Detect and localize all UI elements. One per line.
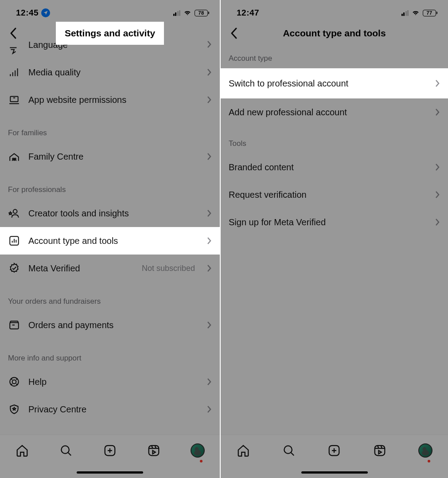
page-header: Account type and tools (221, 22, 448, 44)
avatar-icon (191, 443, 205, 458)
wifi-icon (183, 8, 192, 18)
page-title: Account type and tools (283, 28, 386, 39)
chevron-right-icon (435, 190, 440, 199)
svg-rect-13 (375, 446, 385, 456)
row-label: Switch to professional account (229, 78, 435, 89)
section-header-orders: Your orders and fundraisers (0, 287, 220, 311)
svg-rect-0 (10, 96, 18, 102)
row-meta-verified-signup[interactable]: Sign up for Meta Verified (221, 208, 448, 236)
shield-star-icon (8, 403, 20, 415)
row-add-professional[interactable]: Add new professional account (221, 98, 448, 126)
svg-point-11 (284, 446, 292, 454)
tab-search[interactable] (58, 443, 74, 458)
chevron-right-icon (206, 377, 212, 386)
status-bar: 12:47 77 (221, 0, 448, 22)
row-label: Orders and payments (28, 320, 199, 330)
tab-home[interactable] (236, 443, 251, 458)
chevron-right-icon (435, 218, 440, 227)
chevron-right-icon (206, 405, 212, 414)
row-orders-payments[interactable]: Orders and payments (0, 311, 220, 339)
status-time: 12:47 (237, 8, 259, 18)
section-header-professionals: For professionals (0, 176, 220, 200)
back-button[interactable] (225, 24, 243, 42)
star-user-icon (8, 207, 20, 219)
row-switch-professional[interactable]: Switch to professional account (221, 68, 448, 98)
wifi-icon (411, 8, 420, 18)
settings-list[interactable]: Language Media quality App website permi… (0, 44, 220, 423)
family-icon (8, 150, 20, 163)
chevron-right-icon (206, 236, 212, 245)
section-header-support: More info and support (0, 344, 220, 368)
row-label: Account type and tools (28, 236, 199, 246)
avatar-icon (418, 443, 432, 458)
status-bar: 12:45 78 (0, 0, 220, 22)
home-indicator[interactable] (77, 471, 143, 474)
row-branded-content[interactable]: Branded content (221, 153, 448, 181)
chevron-right-icon (435, 163, 440, 172)
status-time: 12:45 (16, 8, 39, 18)
row-label: Family Centre (28, 152, 199, 162)
chevron-right-icon (206, 68, 212, 77)
battery-indicator: 78 (195, 10, 209, 16)
tab-create[interactable] (102, 443, 117, 458)
tab-reels[interactable] (146, 443, 161, 458)
chevron-right-icon (206, 152, 212, 161)
notification-dot-icon (200, 460, 203, 462)
chart-square-icon (8, 235, 20, 247)
tab-create[interactable] (327, 443, 342, 458)
box-icon (8, 319, 20, 331)
back-button[interactable] (4, 24, 22, 42)
row-account-type-tools[interactable]: Account type and tools (0, 227, 220, 255)
phone-left-settings: 12:45 78 Settings and activity Language (0, 0, 221, 478)
row-media-quality[interactable]: Media quality (0, 59, 220, 86)
row-label: Creator tools and insights (28, 208, 199, 219)
chevron-right-icon (435, 79, 440, 88)
home-indicator[interactable] (301, 471, 368, 474)
chevron-right-icon (206, 95, 212, 104)
signal-bars-icon (8, 66, 20, 78)
tab-home[interactable] (15, 443, 30, 458)
row-label: Branded content (229, 162, 435, 172)
svg-point-7 (12, 380, 16, 384)
row-language[interactable]: Language (0, 44, 220, 59)
row-privacy-centre[interactable]: Privacy Centre (0, 396, 220, 423)
battery-indicator: 77 (423, 10, 437, 16)
row-label: Meta Verified (28, 263, 134, 274)
svg-point-8 (61, 446, 69, 454)
badge-check-icon (8, 262, 20, 274)
phone-right-account-type: 12:47 77 Account type and tools Account … (221, 0, 448, 478)
tab-profile[interactable] (418, 443, 433, 458)
cellular-signal-icon (401, 10, 409, 16)
laptop-icon (8, 94, 20, 106)
section-header-account-type: Account type (221, 44, 448, 68)
chevron-right-icon (206, 209, 212, 218)
account-type-list[interactable]: Account type Switch to professional acco… (221, 44, 448, 236)
row-label: Add new professional account (229, 107, 435, 118)
row-label: Media quality (28, 67, 199, 78)
row-family-centre[interactable]: Family Centre (0, 143, 220, 170)
chevron-right-icon (435, 108, 440, 117)
tab-reels[interactable] (372, 443, 387, 458)
globe-icon (8, 44, 20, 57)
cellular-signal-icon (173, 10, 181, 16)
section-header-families: For families (0, 119, 220, 143)
row-help[interactable]: Help (0, 368, 220, 396)
row-request-verification[interactable]: Request verification (221, 181, 448, 208)
row-label: Privacy Centre (28, 404, 199, 415)
notification-dot-icon (428, 460, 430, 462)
row-value: Not subscribed (142, 264, 195, 273)
row-label: Sign up for Meta Verified (229, 217, 435, 227)
row-meta-verified[interactable]: Meta Verified Not subscribed (0, 255, 220, 282)
row-label: Help (28, 377, 199, 387)
row-app-website-permissions[interactable]: App website permissions (0, 86, 220, 114)
tab-search[interactable] (281, 443, 296, 458)
lifebuoy-icon (8, 376, 20, 388)
svg-rect-5 (10, 323, 19, 329)
section-header-tools: Tools (221, 126, 448, 153)
chevron-right-icon (206, 264, 212, 273)
svg-point-1 (12, 158, 14, 160)
row-creator-tools[interactable]: Creator tools and insights (0, 200, 220, 227)
row-label: Request verification (229, 190, 435, 200)
tab-profile[interactable] (190, 443, 205, 458)
row-label: App website permissions (28, 95, 199, 105)
